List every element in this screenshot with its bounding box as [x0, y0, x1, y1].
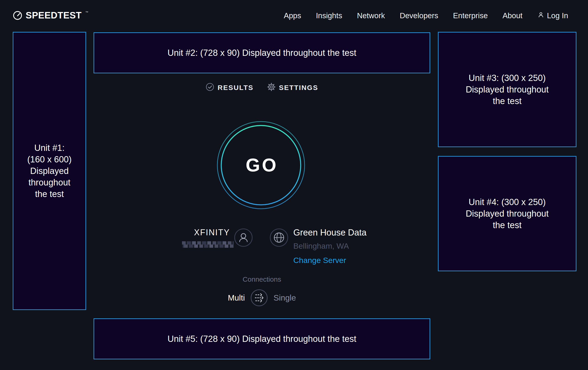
isp-name: XFINITY — [194, 228, 230, 238]
nav-item-developers[interactable]: Developers — [400, 11, 438, 20]
nav-item-apps[interactable]: Apps — [284, 11, 301, 20]
ad-unit-5[interactable]: Unit #5: (728 x 90) Displayed throughout… — [94, 318, 430, 359]
login-button[interactable]: Log In — [537, 11, 568, 20]
nav-item-network[interactable]: Network — [357, 11, 385, 20]
ad-text-line: Displayed — [27, 165, 72, 177]
ad-text-line: the test — [27, 188, 72, 200]
tab-settings[interactable]: SETTINGS — [267, 83, 318, 93]
go-button-label: GO — [244, 155, 278, 176]
results-settings-tabs: RESULTS SETTINGS — [94, 82, 430, 93]
ad-unit-5-text: Unit #5: (728 x 90) Displayed throughout… — [168, 333, 356, 345]
check-circle-icon — [206, 83, 214, 93]
logo-trademark: ™ — [85, 11, 88, 14]
connections-single-option[interactable]: Single — [273, 293, 296, 302]
login-label: Log In — [547, 11, 568, 20]
server-name: Green House Data — [293, 228, 367, 238]
nav-item-about[interactable]: About — [503, 11, 522, 20]
gear-icon — [267, 83, 276, 93]
ad-unit-2[interactable]: Unit #2: (728 x 90) Displayed throughout… — [94, 32, 430, 73]
ad-text-line: throughout — [27, 177, 72, 188]
connections-toggle-row: Multi Single — [94, 289, 430, 307]
ad-text-line: the test — [466, 219, 548, 231]
ad-text-line: (160 x 600) — [27, 154, 72, 165]
ad-text-line: Unit #1: — [27, 142, 72, 154]
ad-unit-2-text: Unit #2: (728 x 90) Displayed throughout… — [168, 47, 356, 59]
redacted-ip-text — [182, 241, 234, 248]
tab-results-label: RESULTS — [218, 84, 253, 91]
ad-text-line: Unit #4: (300 x 250) — [466, 196, 548, 208]
ad-text-line: Unit #3: (300 x 250) — [466, 72, 548, 84]
server-info: Green House Data Bellingham, WA Change S… — [293, 228, 367, 265]
main-nav: Apps Insights Network Developers Enterpr… — [284, 11, 568, 20]
nav-item-enterprise[interactable]: Enterprise — [453, 11, 488, 20]
ad-unit-4-text: Unit #4: (300 x 250) Displayed throughou… — [466, 196, 548, 231]
header: SPEEDTEST ™ Apps Insights Network Develo… — [13, 6, 568, 25]
tab-settings-label: SETTINGS — [279, 84, 318, 91]
isp-avatar-icon — [234, 228, 253, 247]
connections-multi-option[interactable]: Multi — [228, 293, 245, 302]
go-button[interactable]: GO — [217, 121, 305, 210]
nav-item-insights[interactable]: Insights — [316, 11, 342, 20]
logo-text: SPEEDTEST — [26, 10, 82, 20]
tab-results[interactable]: RESULTS — [206, 83, 253, 93]
ad-unit-4[interactable]: Unit #4: (300 x 250) Displayed throughou… — [438, 156, 577, 271]
ad-unit-3-text: Unit #3: (300 x 250) Displayed throughou… — [466, 72, 548, 107]
ad-unit-1[interactable]: Unit #1: (160 x 600) Displayed throughou… — [13, 32, 86, 310]
connections-title: Connections — [94, 275, 430, 283]
ad-unit-3[interactable]: Unit #3: (300 x 250) Displayed throughou… — [438, 32, 577, 147]
ad-text-line: the test — [466, 95, 548, 107]
ad-text-line: Displayed throughout — [466, 84, 548, 95]
connection-mode-toggle-icon[interactable] — [250, 289, 268, 307]
server-globe-icon — [270, 228, 288, 247]
speedometer-icon — [13, 10, 22, 21]
speedtest-logo[interactable]: SPEEDTEST ™ — [13, 10, 88, 21]
ad-text-line: Displayed throughout — [466, 208, 548, 219]
ad-unit-1-text: Unit #1: (160 x 600) Displayed throughou… — [27, 142, 72, 200]
change-server-link[interactable]: Change Server — [293, 256, 367, 265]
server-location: Bellingham, WA — [293, 241, 367, 250]
user-icon — [537, 11, 545, 20]
